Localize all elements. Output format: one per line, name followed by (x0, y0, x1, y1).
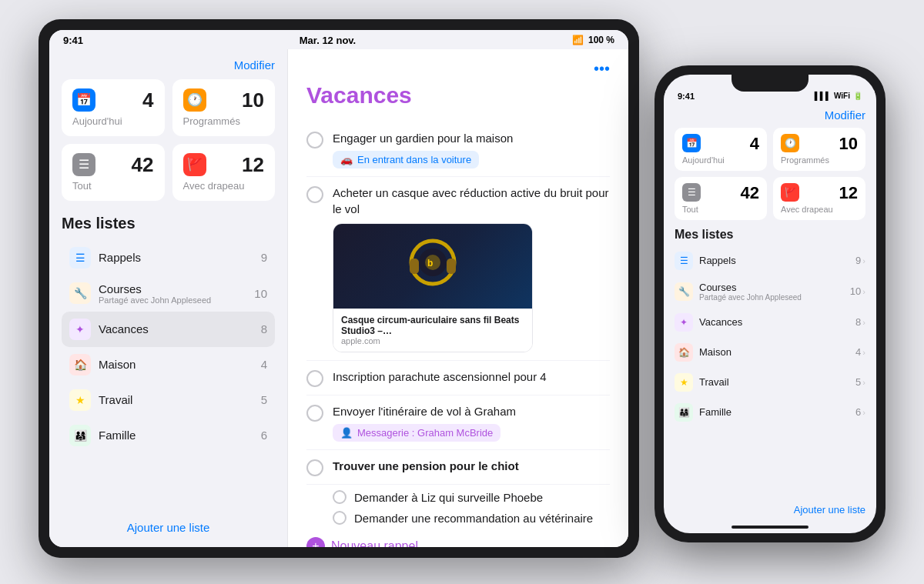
iphone-famille-info: Famille (699, 406, 849, 418)
iphone-travail-name: Travail (699, 376, 849, 388)
iphone-modifier-button[interactable]: Modifier (825, 108, 865, 122)
travail-icon: ★ (69, 389, 91, 411)
iphone-calendar-icon: 📅 (682, 134, 701, 152)
chevron-right-icon-3: › (862, 318, 865, 327)
location-chip-icon: 🚗 (340, 154, 353, 165)
task-circle-4[interactable] (306, 405, 323, 422)
task-chip-4: 👤 Messagerie : Graham McBride (333, 424, 500, 442)
stat-label-drapeau: Avec drapeau (183, 180, 265, 192)
iphone-famille-count: 6 (855, 406, 861, 418)
task-text-2: Acheter un casque avec réduction active … (333, 185, 610, 217)
iphone-vacances-count: 8 (855, 316, 861, 328)
iphone-vacances-info: Vacances (699, 316, 849, 328)
task-item-4: Envoyer l'itinéraire de vol à Graham 👤 M… (306, 395, 610, 450)
stat-card-tout[interactable]: ☰ 42 Tout (62, 144, 165, 201)
iphone-courses-sub: Partagé avec John Appleseed (699, 293, 844, 302)
list-item-famille[interactable]: 👨‍👩‍👧 Famille 6 (62, 418, 275, 453)
headphones-card[interactable]: b Casque circum-auriculaire sans fil Bea… (333, 223, 533, 352)
iphone-famille-name: Famille (699, 406, 849, 418)
chevron-right-icon-4: › (862, 348, 865, 357)
famille-name: Famille (99, 429, 253, 442)
stat-top-row: 📅 4 (72, 88, 154, 112)
iphone-vacances-name: Vacances (699, 316, 849, 328)
modifier-button[interactable]: Modifier (234, 58, 275, 72)
task-circle-5[interactable] (306, 459, 323, 476)
iphone-courses-right: 10 › (850, 285, 865, 297)
battery-label: 100 % (588, 35, 614, 45)
list-item-travail[interactable]: ★ Travail 5 (62, 382, 275, 418)
subtask-1: Demander à Liz qui surveille Phoebe (306, 485, 610, 506)
iphone-travail-count: 5 (855, 376, 861, 388)
task-text-4: Envoyer l'itinéraire de vol à Graham (333, 403, 610, 419)
headphones-info: Casque circum-auriculaire sans fil Beats… (333, 309, 532, 352)
task-item-2: Acheter un casque avec réduction active … (306, 177, 610, 361)
iphone-courses-count: 10 (850, 285, 861, 297)
iphone-rappels-name: Rappels (699, 255, 849, 266)
subtask-circle-1[interactable] (333, 490, 346, 504)
iphone-courses-info: Courses Partagé avec John Appleseed (699, 282, 844, 302)
iphone-ajouter-liste-button[interactable]: Ajouter une liste (794, 504, 865, 516)
iphone-list-courses[interactable]: 🔧 Courses Partagé avec John Appleseed 10… (675, 276, 865, 308)
iphone-wifi-icon: WiFi (834, 92, 850, 100)
iphone-courses-name: Courses (699, 282, 844, 293)
iphone-label-aujourdhui: Aujourd'hui (682, 155, 759, 165)
chevron-right-icon-2: › (862, 287, 865, 296)
iphone-list-maison[interactable]: 🏠 Maison 4 › (675, 338, 865, 368)
task-item-3: Inscription parachute ascensionnel pour … (306, 361, 610, 395)
iphone-list-famille[interactable]: 👨‍👩‍👧 Famille 6 › (675, 398, 865, 428)
iphone-list-vacances[interactable]: ✦ Vacances 8 › (675, 308, 865, 338)
rappels-info: Rappels (99, 251, 253, 264)
iphone-stat-drapeau[interactable]: 🚩 12 Avec drapeau (773, 177, 865, 220)
stat-card-drapeau[interactable]: 🚩 12 Avec drapeau (172, 144, 276, 201)
headphones-url: apple.com (341, 336, 524, 345)
headphones-visual: b (402, 235, 464, 297)
iphone-stat-tout[interactable]: ☰ 42 Tout (675, 177, 767, 220)
iphone-stat-aujourdhui[interactable]: 📅 4 Aujourd'hui (675, 128, 767, 171)
dots-menu-button[interactable]: ••• (594, 60, 610, 78)
task-chip-label-1: En entrant dans la voiture (357, 154, 471, 165)
iphone-count-tout: 42 (741, 183, 759, 203)
iphone-maison-info: Maison (699, 346, 849, 358)
iphone-stat-programmes[interactable]: 🕐 10 Programmés (773, 128, 865, 171)
iphone-count-programmes: 10 (839, 134, 858, 154)
iphone-battery-icon: 🔋 (853, 92, 862, 100)
iphone-home-indicator (732, 526, 808, 529)
list-icon: ☰ (72, 153, 95, 176)
task-text-1: Engager un gardien pour la maison (333, 130, 610, 146)
iphone-flag-icon: 🚩 (781, 183, 799, 202)
list-item-rappels[interactable]: ☰ Rappels 9 (62, 240, 275, 275)
task-item-1: Engager un gardien pour la maison 🚗 En e… (306, 122, 610, 177)
ajouter-liste-button[interactable]: Ajouter une liste (127, 521, 210, 534)
calendar-icon: 📅 (72, 88, 95, 112)
nouveau-rappel-label: Nouveau rappel (331, 539, 418, 547)
iphone-screen: 9:41 ▌▌▌ WiFi 🔋 Modifier 📅 (664, 75, 876, 533)
stat-card-aujourdhui[interactable]: 📅 4 Aujourd'hui (62, 79, 165, 136)
subtask-circle-2[interactable] (333, 511, 346, 525)
iphone-list-travail[interactable]: ★ Travail 5 › (675, 368, 865, 398)
subtask-text-2: Demander une recommandation au vétérinai… (354, 510, 593, 526)
sidebar-footer: Ajouter une liste (62, 513, 275, 535)
iphone-count-drapeau: 12 (839, 183, 858, 203)
stat-card-programmes[interactable]: 🕐 10 Programmés (172, 79, 276, 136)
stat-top-row-4: 🚩 12 (183, 153, 265, 177)
chevron-right-icon-1: › (862, 256, 865, 265)
task-circle-3[interactable] (306, 370, 323, 387)
iphone-travail-icon: ★ (675, 373, 693, 392)
vacances-info: Vacances (99, 322, 253, 335)
iphone-stat-top-1: 📅 4 (682, 134, 759, 154)
iphone-top-bar: Modifier (675, 108, 865, 122)
task-body-1: Engager un gardien pour la maison 🚗 En e… (333, 130, 610, 169)
nouveau-rappel-button[interactable]: + Nouveau rappel (306, 526, 610, 547)
iphone-maison-right: 4 › (855, 346, 865, 358)
list-item-courses[interactable]: 🔧 Courses Partagé avec John Appleseed 10 (62, 275, 275, 312)
task-body-5: Trouver une pension pour le chiot (333, 458, 610, 474)
list-item-vacances[interactable]: ✦ Vacances 8 (62, 312, 275, 347)
task-circle-1[interactable] (306, 132, 323, 149)
task-circle-2[interactable] (306, 186, 323, 203)
stat-label-tout: Tout (72, 180, 154, 192)
iphone-list-rappels[interactable]: ☰ Rappels 9 › (675, 246, 865, 276)
list-item-maison[interactable]: 🏠 Maison 4 (62, 347, 275, 382)
courses-name: Courses (99, 282, 246, 295)
task-item-5: Trouver une pension pour le chiot (306, 450, 610, 485)
ipad-content: Modifier 📅 4 Aujourd'hui (49, 49, 628, 547)
